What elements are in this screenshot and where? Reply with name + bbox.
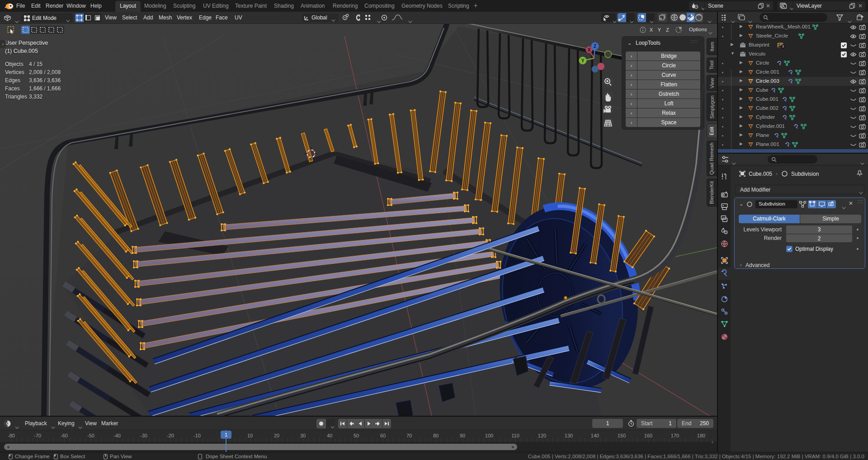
svg-text:X: X xyxy=(588,47,591,52)
svg-text:Z: Z xyxy=(594,44,596,49)
svg-text:Y: Y xyxy=(581,58,585,63)
